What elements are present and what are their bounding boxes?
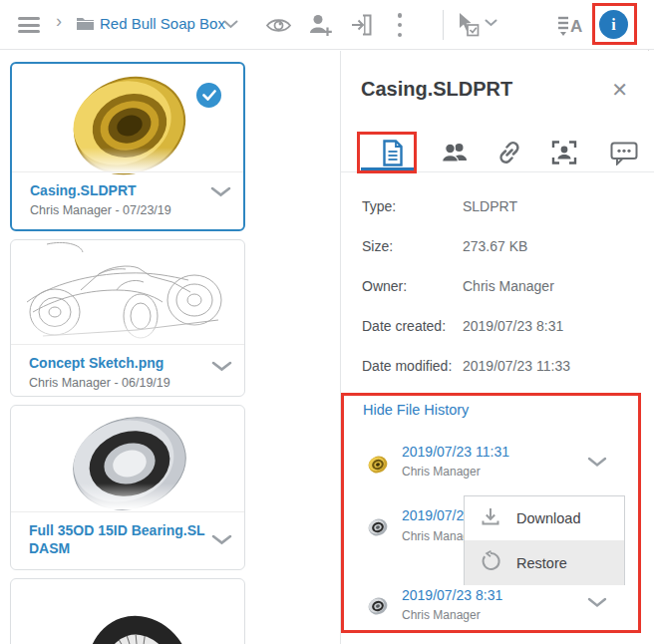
thumbnail-fade — [13, 483, 242, 509]
where-used-icon — [551, 140, 577, 165]
chevron-down-icon[interactable] — [211, 531, 232, 549]
file-card-wheel[interactable] — [10, 578, 245, 644]
menu-item-label: Restore — [516, 555, 567, 571]
property-label: Type: — [362, 198, 396, 214]
property-label: Size: — [362, 238, 393, 254]
property-label: Date created: — [362, 318, 446, 334]
thumbnail-fade — [14, 148, 241, 173]
eye-icon[interactable] — [265, 14, 292, 37]
breadcrumb-chevron: › — [56, 11, 62, 32]
property-row: Date modified: 2019/07/23 11:33 — [362, 358, 452, 378]
version-link[interactable]: 2019/07/23 11:31 — [402, 444, 509, 460]
property-value: Chris Manager — [463, 278, 554, 294]
version-context-menu: Download Restore — [464, 495, 625, 585]
grid-view-icon[interactable] — [522, 14, 544, 36]
file-card-concept-sketch[interactable]: Concept Sketch.png Chris Manager - 06/19… — [10, 239, 245, 397]
version-owner: Chris Manager — [402, 465, 481, 479]
hamburger-icon[interactable] — [18, 17, 40, 33]
property-row: Size: 273.67 KB — [362, 238, 393, 258]
property-value: 2019/07/23 8:31 — [463, 318, 563, 334]
tab-members[interactable] — [433, 134, 477, 171]
sort-icon[interactable]: A — [555, 12, 584, 39]
tab-where-used[interactable] — [542, 134, 586, 171]
close-icon[interactable]: ✕ — [611, 80, 628, 100]
folder-icon — [76, 16, 95, 31]
toolbar-divider — [443, 10, 444, 40]
add-user-icon[interactable] — [307, 13, 334, 38]
menu-item-download[interactable]: Download — [465, 496, 624, 540]
file-name-link[interactable]: Casing.SLDPRT — [30, 181, 229, 199]
selected-check-icon[interactable] — [196, 83, 221, 108]
breadcrumb-dropdown-icon[interactable] — [223, 20, 238, 29]
version-link[interactable]: 2019/07/23 8:31 — [402, 587, 502, 603]
restore-icon — [480, 550, 501, 576]
details-panel: Casing.SLDPRT ✕ — [340, 51, 654, 644]
people-icon — [441, 141, 469, 164]
version-link[interactable]: 2019/07/2 — [402, 507, 464, 523]
tab-details[interactable] — [371, 134, 415, 171]
property-label: Owner: — [362, 278, 407, 294]
property-value: 273.67 KB — [463, 238, 527, 254]
property-value: SLDPRT — [463, 198, 517, 214]
tab-comments[interactable] — [602, 134, 646, 171]
cursor-select-dropdown-icon[interactable] — [485, 19, 497, 27]
chevron-down-icon[interactable] — [587, 594, 607, 612]
info-icon[interactable]: i — [599, 10, 628, 39]
menu-item-label: Download — [516, 510, 581, 526]
property-row: Owner: Chris Manager — [362, 278, 407, 298]
hide-file-history-link[interactable]: Hide File History — [363, 402, 469, 418]
active-tab-underline — [361, 167, 416, 172]
property-label: Date modified: — [362, 358, 452, 374]
file-name-link[interactable]: Concept Sketch.png — [29, 354, 230, 372]
tab-links[interactable] — [488, 134, 531, 171]
card-footer: Concept Sketch.png Chris Manager - 06/19… — [11, 344, 244, 396]
version-owner: Chris Manag — [402, 529, 470, 543]
chevron-down-icon[interactable] — [211, 358, 232, 376]
thumbnail-fade — [13, 320, 242, 346]
file-card-casing[interactable]: Casing.SLDPRT Chris Manager - 07/23/19 — [10, 62, 245, 231]
file-name-link[interactable]: Full 35OD 15ID Bearing.SLDASM — [29, 521, 208, 557]
wheel-thumbnail — [11, 587, 244, 644]
property-row: Type: SLDPRT — [362, 198, 396, 218]
svg-text:A: A — [570, 17, 582, 36]
gray-bearing-mini-icon — [366, 595, 390, 617]
file-meta: Chris Manager - 06/19/19 — [29, 376, 230, 390]
file-meta: Chris Manager - 07/23/19 — [30, 203, 229, 217]
sign-in-icon[interactable] — [349, 12, 374, 38]
comments-icon — [610, 141, 638, 165]
gold-bearing-mini-icon — [366, 454, 390, 476]
document-icon — [382, 140, 404, 166]
chevron-down-icon[interactable] — [587, 454, 607, 472]
download-icon — [480, 506, 501, 531]
app-window: › Red Bull Soap Box — [0, 0, 654, 644]
top-toolbar: › Red Bull Soap Box — [0, 0, 654, 50]
link-icon — [496, 140, 522, 165]
property-value: 2019/07/23 11:33 — [463, 358, 570, 374]
file-card-bearing[interactable]: Full 35OD 15ID Bearing.SLDASM — [10, 405, 245, 570]
kebab-menu-icon[interactable] — [397, 13, 403, 37]
version-owner: Chris Manager — [402, 608, 481, 622]
card-footer: Casing.SLDPRT Chris Manager - 07/23/19 — [12, 171, 243, 229]
gray-bearing-mini-icon — [366, 516, 390, 538]
menu-item-restore[interactable]: Restore — [465, 540, 624, 585]
chevron-down-icon[interactable] — [210, 183, 231, 201]
panel-title: Casing.SLDPRT — [361, 78, 512, 101]
property-row: Date created: 2019/07/23 8:31 — [362, 318, 446, 338]
card-footer: Full 35OD 15ID Bearing.SLDASM — [11, 511, 244, 569]
cursor-select-icon[interactable] — [454, 11, 481, 38]
breadcrumb[interactable]: Red Bull Soap Box — [100, 15, 225, 32]
